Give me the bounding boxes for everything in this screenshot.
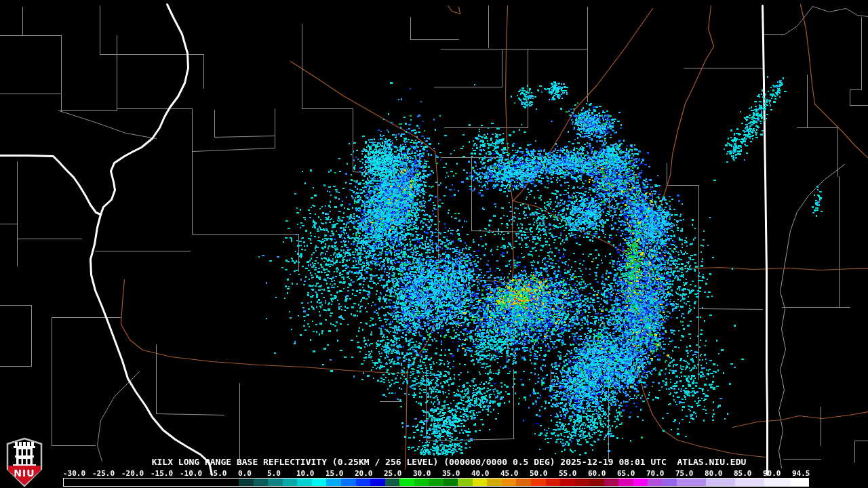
colorbar-tick-label: -30.0 <box>63 469 85 478</box>
colorbar-tick-label: 65.0 <box>617 469 635 478</box>
colorbar-tick-label: -15.0 <box>151 469 173 478</box>
colorbar-tick-label: 75.0 <box>675 469 694 478</box>
colorbar-tick-label: 25.0 <box>384 469 402 478</box>
colorbar-tick-label: 70.0 <box>646 469 665 478</box>
colorbar-tick-label: 60.0 <box>588 469 606 478</box>
colorbar-tick-label: 0.0 <box>238 469 252 478</box>
colorbar-tick-label: 5.0 <box>267 469 281 478</box>
colorbar-tick-label: 30.0 <box>413 469 431 478</box>
colorbar-tick-label: -10.0 <box>180 469 202 478</box>
radar-viewer: KILX LONG RANGE BASE REFLECTIVITY (0.25K… <box>0 0 868 488</box>
niu-castle-icon <box>13 442 36 466</box>
colorbar-tick-labels: -30.0-25.0-20.0-15.0-10.0-5.00.05.010.01… <box>0 469 868 477</box>
colorbar-tick-label: -25.0 <box>92 469 115 478</box>
radar-product-title: KILX LONG RANGE BASE REFLECTIVITY (0.25K… <box>152 457 747 467</box>
colorbar-tick-label: -20.0 <box>121 469 144 478</box>
radar-map-canvas <box>0 0 868 488</box>
colorbar-tick-label: 94.5 <box>792 469 810 478</box>
colorbar-tick-label: 20.0 <box>355 469 373 478</box>
colorbar-tick-label: 80.0 <box>705 469 723 478</box>
colorbar-tick-label: 35.0 <box>442 469 460 478</box>
colorbar-tick-label: -5.0 <box>209 469 227 478</box>
niu-logo: NIU <box>5 437 43 487</box>
colorbar-tick-label: 40.0 <box>471 469 490 478</box>
colorbar-tick-label: 85.0 <box>734 469 752 478</box>
colorbar-tick-label: 10.0 <box>296 469 315 478</box>
colorbar-tick-label: 15.0 <box>326 469 344 478</box>
reflectivity-colorbar <box>63 478 809 487</box>
colorbar-tick-label: 55.0 <box>559 469 577 478</box>
colorbar-tick-label: 90.0 <box>763 469 781 478</box>
colorbar-tick-label: 50.0 <box>530 469 548 478</box>
colorbar-tick-label: 45.0 <box>500 469 519 478</box>
niu-logo-text: NIU <box>14 468 35 479</box>
